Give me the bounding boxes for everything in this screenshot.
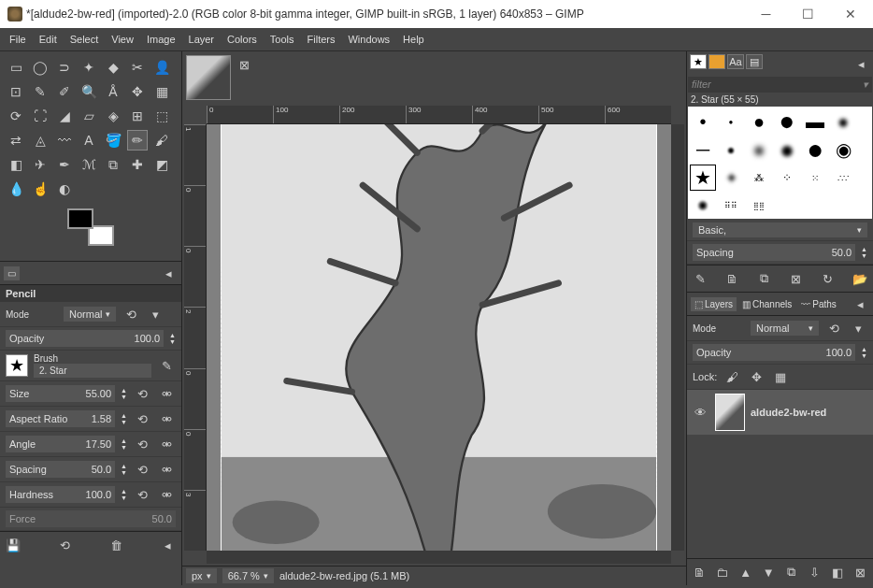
tool-unified[interactable]: ◈ [103,106,123,126]
tool-handle[interactable]: ⊞ [127,106,148,126]
layer-name[interactable]: aldude2-bw-red [751,407,826,418]
tab-history-icon[interactable]: ▤ [746,54,763,69]
brush-preset[interactable]: ● [830,108,856,135]
tool-crop[interactable]: ⊡ [6,81,26,102]
brush-filter[interactable]: filter▾ [688,77,872,93]
tool-paths[interactable]: ✎ [30,81,50,102]
panel-menu-icon[interactable]: ◂ [159,264,178,282]
aspect-reset-icon[interactable]: ⟲ [133,409,151,428]
menu-image[interactable]: Image [147,34,176,45]
brush-preset[interactable]: ⠿⠿ [718,193,744,219]
brush-preset[interactable]: ● [774,136,800,163]
color-swatches[interactable] [67,208,114,246]
brush-edit-icon[interactable]: ✎ [157,356,176,375]
horizontal-ruler[interactable]: 0100200300400500600 [207,106,671,124]
tool-ellipse-select[interactable]: ◯ [30,57,50,78]
zoom-dropdown[interactable]: 66.7 %▾ [222,568,274,583]
lock-alpha-icon[interactable]: ▦ [771,367,790,386]
unit-dropdown[interactable]: px▾ [186,568,217,583]
tool-rotate[interactable]: ⟳ [6,106,26,126]
spacing-reset-icon[interactable]: ⟲ [133,460,151,479]
brush-spacing-spinner[interactable]: ▲▼ [861,246,867,259]
tool-zoom[interactable]: 🔍 [79,81,99,102]
tool-move[interactable]: ✥ [127,81,148,102]
aspect-link-icon[interactable]: ⚮ [157,409,176,428]
tool-perspective[interactable]: ▱ [79,106,99,126]
menu-layer[interactable]: Layer [189,34,215,45]
tab-layers[interactable]: ⬚Layers [691,297,737,311]
mode-reset-icon[interactable]: ⟲ [122,305,140,323]
layer-up-icon[interactable]: ▲ [737,563,754,581]
tool-rect-select[interactable]: ▭ [6,57,26,78]
tool-smudge[interactable]: ☝ [30,179,50,199]
tool-mypaint[interactable]: ℳ [79,154,99,175]
angle-reset-icon[interactable]: ⟲ [133,435,151,453]
brush-preset[interactable]: ● [718,108,744,135]
tool-shear[interactable]: ◢ [54,106,75,126]
image-tab-close-icon[interactable]: ⊠ [235,55,253,74]
tool-color-select[interactable]: ◆ [103,57,123,78]
opacity-spinner[interactable]: ▲▼ [169,332,176,345]
lock-pixels-icon[interactable]: 🖌 [723,367,741,386]
brush-preset[interactable]: ● [746,108,772,135]
layer-duplicate-icon[interactable]: ⧉ [783,563,801,581]
tool-color-picker[interactable]: ✐ [54,81,75,102]
tool-free-select[interactable]: ⊃ [54,57,75,78]
menu-file[interactable]: File [9,34,26,45]
brush-new-icon[interactable]: 🗎 [723,269,741,288]
brush-preview-icon[interactable]: ★ [6,354,28,377]
tab-patterns-icon[interactable] [708,54,725,69]
tab-brushes-icon[interactable]: ★ [690,54,707,69]
layer-group-icon[interactable]: 🗀 [714,563,732,581]
tool-eraser[interactable]: ◧ [6,154,26,175]
brush-edit-icon[interactable]: ✎ [691,269,709,288]
brush-preset[interactable]: ⁂ [746,165,772,191]
mode-dropdown[interactable]: Normal▾ [64,307,116,322]
brush-preset-selected[interactable]: ★ [690,165,716,191]
layer-visibility-icon[interactable]: 👁 [691,403,709,422]
menu-edit[interactable]: Edit [39,34,57,45]
layer-down-icon[interactable]: ▼ [760,563,778,581]
tool-align[interactable]: ▦ [151,81,172,102]
vertical-ruler[interactable]: 1002003 [184,124,207,551]
tool-flip[interactable]: ⇄ [6,130,26,151]
menu-view[interactable]: View [111,34,134,45]
tool-foreground[interactable]: 👤 [151,57,172,78]
tool-scissors[interactable]: ✂ [127,57,148,78]
tool-blur[interactable]: 💧 [6,179,26,199]
hardness-link-icon[interactable]: ⚮ [157,485,176,504]
menu-windows[interactable]: Windows [348,34,390,45]
brush-presets-grid[interactable]: • ● ● ● ▬ ● ─ ● ● ● ● ◉ ★ ✦ ⁂ ⁘ ⁙ ∴∵ ✺ ⠿… [688,107,872,219]
size-spinner[interactable]: ▲▼ [121,387,127,400]
hardness-spinner[interactable]: ▲▼ [121,488,127,501]
tab-tool-options[interactable]: ▭ [4,266,20,280]
vertical-scrollbar[interactable] [671,124,684,551]
brush-preset[interactable]: ⣿⣿ [746,193,772,219]
tool-text[interactable]: A [79,130,99,151]
brush-open-icon[interactable]: 📂 [851,269,869,288]
tool-airbrush[interactable]: ✈ [30,154,50,175]
lock-position-icon[interactable]: ✥ [747,367,766,386]
brush-preset[interactable]: • [690,108,716,135]
restore-preset-icon[interactable]: ⟲ [55,536,74,554]
layer-row[interactable]: 👁 aldude2-bw-red [687,390,873,435]
brush-duplicate-icon[interactable]: ⧉ [754,269,773,288]
angle-slider[interactable]: Angle17.50 [6,436,115,452]
tool-pencil[interactable]: ✏ [127,130,148,151]
brush-refresh-icon[interactable]: ↻ [819,269,837,288]
brush-delete-icon[interactable]: ⊠ [787,269,806,288]
tool-3d[interactable]: ⬚ [151,106,172,126]
image-tab-thumb[interactable] [186,55,231,100]
spacing-spinner[interactable]: ▲▼ [121,463,127,476]
layer-mode-dropdown[interactable]: Normal▾ [751,321,819,336]
layer-mode-reset-icon[interactable]: ⟲ [824,319,843,337]
layer-merge-icon[interactable]: ⇩ [806,563,823,581]
brush-preset[interactable]: ● [746,136,772,163]
brush-preset[interactable]: ⁘ [774,165,800,191]
layers-panel-menu-icon[interactable]: ◂ [851,294,869,313]
brush-preset[interactable]: ∴∵ [830,165,856,191]
hardness-slider[interactable]: Hardness100.0 [6,486,115,503]
tool-cage[interactable]: ◬ [30,130,50,151]
brush-preset[interactable]: ● [718,136,744,163]
tool-scale[interactable]: ⛶ [30,106,50,126]
